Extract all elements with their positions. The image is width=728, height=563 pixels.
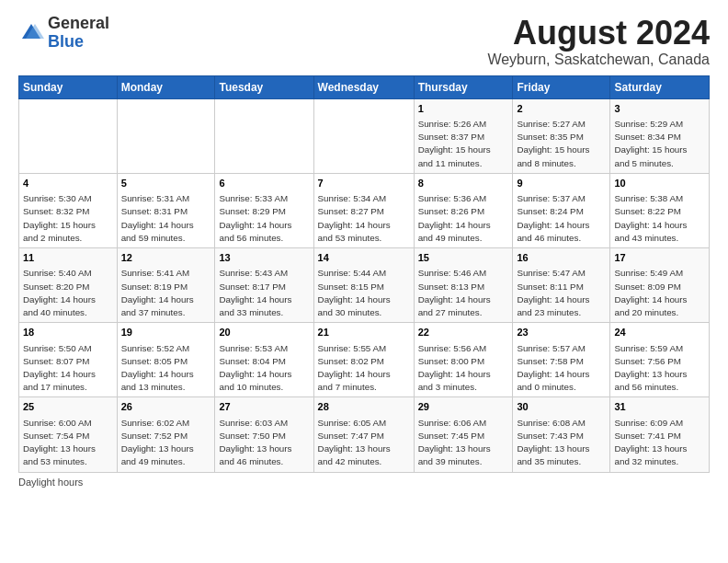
day-number: 4: [23, 177, 113, 190]
calendar-cell: 30Sunrise: 6:08 AM Sunset: 7:43 PM Dayli…: [513, 397, 610, 472]
calendar-table: SundayMondayTuesdayWednesdayThursdayFrid…: [18, 75, 710, 473]
day-number: 10: [614, 177, 705, 190]
calendar-cell: [215, 98, 313, 173]
day-number: 17: [614, 251, 705, 265]
day-number: 6: [219, 177, 309, 190]
calendar-cell: 6Sunrise: 5:33 AM Sunset: 8:29 PM Daylig…: [215, 173, 313, 247]
day-number: 21: [318, 326, 410, 339]
day-info: Sunrise: 6:05 AM Sunset: 7:47 PM Dayligh…: [318, 417, 410, 469]
calendar-cell: 2Sunrise: 5:27 AM Sunset: 8:35 PM Daylig…: [513, 98, 610, 173]
day-number: 1: [418, 102, 509, 116]
day-info: Sunrise: 5:49 AM Sunset: 8:09 PM Dayligh…: [614, 267, 705, 319]
day-number: 28: [318, 400, 410, 414]
day-info: Sunrise: 6:03 AM Sunset: 7:50 PM Dayligh…: [219, 417, 309, 469]
day-number: 7: [318, 177, 410, 190]
calendar-cell: 25Sunrise: 6:00 AM Sunset: 7:54 PM Dayli…: [19, 397, 118, 472]
title-block: August 2024 Weyburn, Saskatchewan, Canad…: [487, 15, 710, 68]
footer-text: Daylight hours: [18, 477, 83, 488]
header-cell-monday: Monday: [117, 75, 215, 98]
calendar-cell: 9Sunrise: 5:37 AM Sunset: 8:24 PM Daylig…: [513, 173, 610, 247]
calendar-cell: 31Sunrise: 6:09 AM Sunset: 7:41 PM Dayli…: [610, 397, 710, 472]
day-info: Sunrise: 5:30 AM Sunset: 8:32 PM Dayligh…: [23, 192, 113, 245]
day-info: Sunrise: 5:37 AM Sunset: 8:24 PM Dayligh…: [517, 192, 606, 245]
calendar-cell: 29Sunrise: 6:06 AM Sunset: 7:45 PM Dayli…: [414, 397, 513, 472]
day-number: 18: [23, 326, 113, 339]
calendar-cell: [117, 98, 215, 173]
day-info: Sunrise: 5:43 AM Sunset: 8:17 PM Dayligh…: [219, 267, 309, 319]
header-cell-saturday: Saturday: [610, 75, 710, 98]
logo-text: General Blue: [48, 15, 109, 52]
day-number: 25: [23, 400, 113, 414]
day-number: 22: [418, 326, 509, 339]
calendar-cell: [313, 98, 414, 173]
day-number: 2: [517, 102, 606, 116]
calendar-cell: 8Sunrise: 5:36 AM Sunset: 8:26 PM Daylig…: [414, 173, 513, 247]
day-number: 16: [517, 251, 606, 265]
calendar-week-3: 11Sunrise: 5:40 AM Sunset: 8:20 PM Dayli…: [19, 248, 710, 323]
day-number: 11: [23, 251, 113, 265]
calendar-cell: 23Sunrise: 5:57 AM Sunset: 7:58 PM Dayli…: [513, 323, 610, 397]
day-info: Sunrise: 5:40 AM Sunset: 8:20 PM Dayligh…: [23, 267, 113, 319]
calendar-week-2: 4Sunrise: 5:30 AM Sunset: 8:32 PM Daylig…: [19, 173, 710, 247]
day-number: 13: [219, 251, 309, 265]
calendar-cell: 24Sunrise: 5:59 AM Sunset: 7:56 PM Dayli…: [610, 323, 710, 397]
calendar-header: SundayMondayTuesdayWednesdayThursdayFrid…: [19, 75, 710, 98]
day-number: 5: [121, 177, 211, 190]
header-cell-thursday: Thursday: [414, 75, 513, 98]
calendar-cell: 14Sunrise: 5:44 AM Sunset: 8:15 PM Dayli…: [313, 248, 414, 323]
day-info: Sunrise: 5:41 AM Sunset: 8:19 PM Dayligh…: [121, 267, 211, 319]
logo: General Blue: [18, 15, 109, 52]
header-cell-friday: Friday: [513, 75, 610, 98]
calendar-cell: 18Sunrise: 5:50 AM Sunset: 8:07 PM Dayli…: [19, 323, 118, 397]
calendar-cell: 12Sunrise: 5:41 AM Sunset: 8:19 PM Dayli…: [117, 248, 215, 323]
calendar-cell: 3Sunrise: 5:29 AM Sunset: 8:34 PM Daylig…: [610, 98, 710, 173]
day-info: Sunrise: 5:33 AM Sunset: 8:29 PM Dayligh…: [219, 192, 309, 245]
day-info: Sunrise: 5:31 AM Sunset: 8:31 PM Dayligh…: [121, 192, 211, 245]
calendar-cell: 4Sunrise: 5:30 AM Sunset: 8:32 PM Daylig…: [19, 173, 118, 247]
day-number: 20: [219, 326, 309, 339]
day-info: Sunrise: 5:53 AM Sunset: 8:04 PM Dayligh…: [219, 342, 309, 395]
day-number: 3: [614, 102, 705, 116]
calendar-week-5: 25Sunrise: 6:00 AM Sunset: 7:54 PM Dayli…: [19, 397, 710, 472]
calendar-cell: 28Sunrise: 6:05 AM Sunset: 7:47 PM Dayli…: [313, 397, 414, 472]
page-title: August 2024: [487, 15, 710, 52]
header-row: SundayMondayTuesdayWednesdayThursdayFrid…: [19, 75, 710, 98]
calendar-cell: 11Sunrise: 5:40 AM Sunset: 8:20 PM Dayli…: [19, 248, 118, 323]
page-subtitle: Weyburn, Saskatchewan, Canada: [487, 52, 710, 68]
calendar-cell: 20Sunrise: 5:53 AM Sunset: 8:04 PM Dayli…: [215, 323, 313, 397]
calendar-cell: 26Sunrise: 6:02 AM Sunset: 7:52 PM Dayli…: [117, 397, 215, 472]
day-number: 27: [219, 400, 309, 414]
day-info: Sunrise: 5:29 AM Sunset: 8:34 PM Dayligh…: [614, 118, 705, 170]
day-info: Sunrise: 5:27 AM Sunset: 8:35 PM Dayligh…: [517, 118, 606, 170]
day-number: 9: [517, 177, 606, 190]
day-number: 8: [418, 177, 509, 190]
day-number: 24: [614, 326, 705, 339]
day-number: 23: [517, 326, 606, 339]
calendar-cell: 16Sunrise: 5:47 AM Sunset: 8:11 PM Dayli…: [513, 248, 610, 323]
calendar-cell: 17Sunrise: 5:49 AM Sunset: 8:09 PM Dayli…: [610, 248, 710, 323]
calendar-cell: 22Sunrise: 5:56 AM Sunset: 8:00 PM Dayli…: [414, 323, 513, 397]
calendar-week-1: 1Sunrise: 5:26 AM Sunset: 8:37 PM Daylig…: [19, 98, 710, 173]
logo-icon: [18, 20, 44, 46]
calendar-cell: [19, 98, 118, 173]
day-info: Sunrise: 5:59 AM Sunset: 7:56 PM Dayligh…: [614, 342, 705, 395]
logo-blue: Blue: [48, 33, 109, 52]
day-number: 12: [121, 251, 211, 265]
calendar-cell: 27Sunrise: 6:03 AM Sunset: 7:50 PM Dayli…: [215, 397, 313, 472]
calendar-cell: 13Sunrise: 5:43 AM Sunset: 8:17 PM Dayli…: [215, 248, 313, 323]
header: General Blue August 2024 Weyburn, Saskat…: [18, 15, 710, 68]
day-info: Sunrise: 6:02 AM Sunset: 7:52 PM Dayligh…: [121, 417, 211, 469]
calendar-week-4: 18Sunrise: 5:50 AM Sunset: 8:07 PM Dayli…: [19, 323, 710, 397]
day-number: 14: [318, 251, 410, 265]
day-info: Sunrise: 5:34 AM Sunset: 8:27 PM Dayligh…: [318, 192, 410, 245]
footer-note: Daylight hours: [18, 477, 710, 488]
day-number: 30: [517, 400, 606, 414]
calendar-cell: 7Sunrise: 5:34 AM Sunset: 8:27 PM Daylig…: [313, 173, 414, 247]
calendar-cell: 15Sunrise: 5:46 AM Sunset: 8:13 PM Dayli…: [414, 248, 513, 323]
day-info: Sunrise: 5:57 AM Sunset: 7:58 PM Dayligh…: [517, 342, 606, 395]
day-info: Sunrise: 6:09 AM Sunset: 7:41 PM Dayligh…: [614, 417, 705, 469]
day-number: 19: [121, 326, 211, 339]
header-cell-sunday: Sunday: [19, 75, 118, 98]
logo-general: General: [48, 15, 109, 33]
calendar-cell: 19Sunrise: 5:52 AM Sunset: 8:05 PM Dayli…: [117, 323, 215, 397]
